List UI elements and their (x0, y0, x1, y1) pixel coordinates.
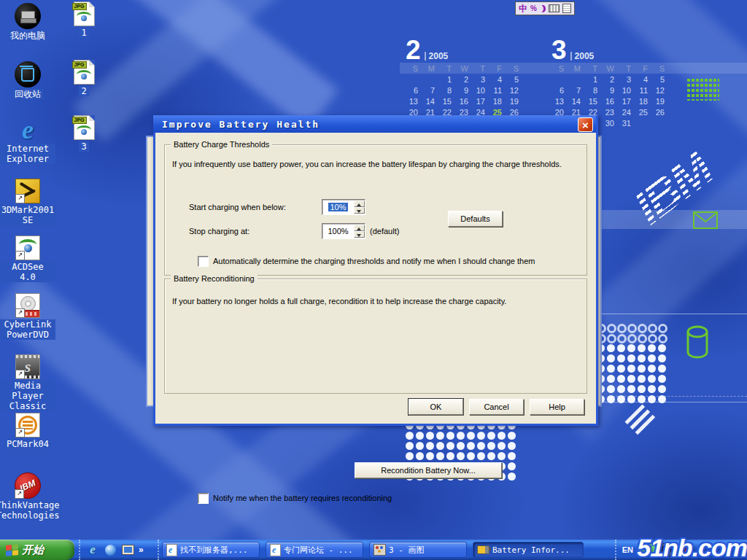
taskbar-task-battery-information[interactable]: Battery Infor... (473, 542, 584, 558)
group-title: Battery Charge Thresholds (171, 140, 272, 149)
decor-dot (477, 432, 485, 440)
calendar-day: 5 (506, 75, 523, 86)
decor-dot (487, 432, 495, 440)
ime-language-bar[interactable]: 中 % (515, 1, 575, 15)
close-icon[interactable] (578, 117, 593, 132)
ime-fullwidth-icon[interactable]: % (530, 4, 537, 12)
language-indicator[interactable]: EN (622, 545, 633, 554)
auto-determine-checkbox[interactable] (198, 256, 209, 267)
dialog-titlebar[interactable]: Improve Battery Health (153, 115, 596, 133)
notify-reconditioning-checkbox-label[interactable]: Notify me when the battery requires reco… (213, 494, 392, 502)
diagonal-stripes-decor (614, 394, 666, 446)
quick-launch-globe-icon[interactable] (104, 543, 117, 556)
icon-label: PCMark04 (4, 439, 51, 449)
desktop-icon-jpg-2[interactable]: JPG 2 (62, 60, 106, 96)
acdsee-icon: ↗ (15, 236, 40, 260)
desktop-icon-internet-explorer[interactable]: Internet Explorer (0, 117, 55, 164)
calendar-weekday: T (619, 64, 635, 75)
calendar-day: 3 (473, 75, 489, 86)
desktop-icon-acdsee[interactable]: ↗ ACDSee 4.0 (0, 236, 55, 282)
spin-up-icon[interactable] (354, 201, 365, 207)
calendar-day: 14 (568, 97, 585, 108)
show-desktop-icon[interactable] (121, 543, 134, 556)
decor-dot (477, 442, 485, 450)
ime-punctuation-icon[interactable] (540, 5, 546, 12)
media-player-classic-icon: ↗ (15, 354, 40, 379)
start-threshold-value[interactable]: 10% (328, 203, 347, 211)
defaults-button[interactable]: Defaults (448, 211, 503, 227)
calendar-day: 7 (422, 86, 439, 97)
decor-dot (426, 452, 434, 460)
icon-label: ThinkVantage Technologies (0, 500, 61, 521)
calendar-day: 19 (506, 97, 523, 108)
ime-notepad-icon[interactable] (562, 4, 571, 13)
calendar-weekday: S (551, 64, 568, 75)
decor-dot (426, 432, 434, 440)
battery-charge-thresholds-group: Battery Charge Thresholds If you infrequ… (164, 144, 587, 276)
spin-down-icon[interactable] (354, 207, 365, 214)
taskbar-task-forum[interactable]: 专门网论坛 - ... (266, 542, 363, 558)
group-title: Battery Reconditioning (171, 274, 258, 283)
decor-dot (617, 354, 625, 362)
desktop-icon-recycle-bin[interactable]: 回收站 (0, 61, 55, 99)
ime-chinese-mode-icon[interactable]: 中 (519, 4, 527, 13)
calendar-weekday: M (568, 64, 585, 75)
taskbar-task-paint[interactable]: 3 - 画图 (369, 542, 467, 558)
auto-determine-checkbox-label[interactable]: Automatically determine the charging thr… (213, 257, 535, 265)
desktop-icon-pcmark04[interactable]: ↗ PCMark04 (0, 413, 55, 449)
calendar-day: 16 (602, 97, 619, 108)
spin-up-icon[interactable] (354, 225, 365, 231)
decor-dot (627, 344, 635, 352)
spin-down-icon[interactable] (354, 231, 365, 238)
notify-reconditioning-checkbox[interactable] (198, 493, 209, 504)
thinkvantage-icon: IBM↗ (15, 472, 41, 499)
stop-threshold-spinner[interactable]: 100% (322, 223, 365, 239)
calendar-day (568, 75, 585, 86)
calendar-day (652, 119, 669, 130)
decor-dot (627, 334, 637, 343)
stop-charging-label: Stop charging at: (189, 227, 249, 236)
start-button[interactable]: 开始 (0, 540, 74, 560)
calendar-day: 16 (456, 97, 473, 108)
desktop-icon-powerdvd[interactable]: ↗ CyberLink PowerDVD (0, 293, 55, 340)
start-threshold-spinner[interactable]: 10% (322, 199, 365, 215)
decor-dot (638, 365, 646, 373)
decor-dot (617, 385, 625, 393)
calendar-day: 23 (602, 108, 619, 119)
calendar-month-header: 3 2005 (551, 36, 672, 63)
desktop-icon-media-player-classic[interactable]: ↗ Media Player Classic (0, 354, 55, 411)
decor-dot (627, 365, 635, 373)
desktop-icon-jpg-3[interactable]: JPG 3 (62, 115, 106, 152)
cancel-button[interactable]: Cancel (469, 399, 524, 415)
decor-dot (658, 334, 667, 343)
dialog-body: Battery Charge Thresholds If you infrequ… (155, 133, 596, 424)
calendar-day: 1 (439, 75, 456, 86)
decor-dot (487, 442, 495, 450)
desktop-icon-my-computer[interactable]: 我的电脑 (0, 3, 55, 41)
help-button[interactable]: Help (530, 399, 584, 415)
quick-launch-ie-icon[interactable] (86, 543, 99, 556)
icon-label: 我的电脑 (8, 31, 47, 41)
decor-dot (607, 365, 615, 373)
stop-threshold-value[interactable]: 100% (322, 227, 354, 236)
desktop-icon-thinkvantage[interactable]: IBM↗ ThinkVantage Technologies (0, 472, 55, 521)
decor-dot (607, 375, 615, 383)
dialog-title: Improve Battery Health (162, 119, 320, 130)
decor-dot (617, 324, 627, 333)
improve-battery-health-dialog: Improve Battery Health Battery Charge Th… (153, 115, 598, 426)
ok-button[interactable]: OK (409, 399, 463, 415)
recondition-battery-button[interactable]: Recondition Battery Now... (355, 462, 502, 478)
ime-keyboard-icon[interactable] (549, 4, 560, 12)
overflow-chevron-icon[interactable]: » (139, 545, 144, 555)
jpg-badge: JPG (72, 3, 87, 10)
desktop-icon-3dmark2001[interactable]: ↗ 3DMark2001 SE (0, 179, 55, 225)
calendar-month-number: 3 (551, 38, 567, 63)
desktop-icon-jpg-1[interactable]: JPG 1 (62, 1, 106, 38)
icon-label: 回收站 (12, 89, 43, 99)
decor-dot (508, 442, 516, 450)
decor-dot (508, 472, 516, 481)
ie-page-icon (270, 544, 281, 556)
decor-dot (436, 442, 444, 450)
taskbar-task-server-not-found[interactable]: 找不到服务器,... (162, 542, 260, 558)
decor-dot (467, 442, 475, 450)
